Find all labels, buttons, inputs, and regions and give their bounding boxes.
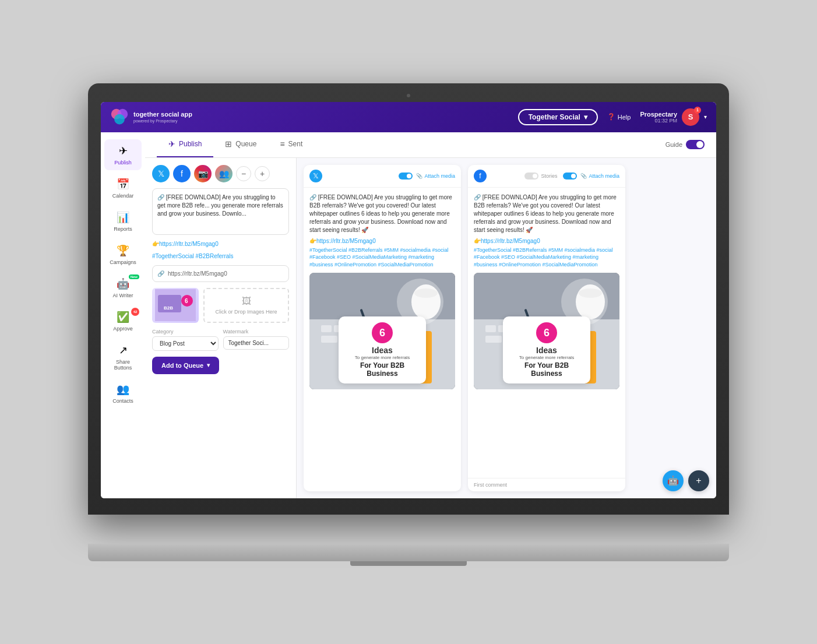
calendar-icon: 📅 xyxy=(116,177,130,191)
sidebar-item-share-buttons[interactable]: ↗ Share Buttons xyxy=(104,339,142,375)
prev-icon-btn[interactable]: − xyxy=(236,166,251,181)
ai-fab-icon: 🤖 xyxy=(667,475,679,486)
twitter-preview-text: 🔗 [FREE DOWNLOAD] Are you struggling to … xyxy=(309,193,455,234)
fb-keyboard-background: 6 Ideas To generate more referrals For Y… xyxy=(474,273,619,389)
guide-toggle-switch[interactable] xyxy=(686,140,705,149)
guide-toggle: Guide xyxy=(665,140,705,149)
facebook-preview-url: 👉https://rltr.bz/M5mgag0 xyxy=(474,238,619,244)
svg-rect-14 xyxy=(321,336,337,343)
new-badge: New xyxy=(129,275,139,279)
svg-rect-10 xyxy=(321,325,332,332)
attached-link-url: https://rltr.bz/M5mgag0 xyxy=(168,270,227,277)
svg-point-16 xyxy=(411,284,441,319)
avatar[interactable]: S 1 xyxy=(682,108,699,126)
avatar-initial: S xyxy=(688,112,693,121)
facebook-preview-image: 6 Ideas To generate more referrals For Y… xyxy=(474,273,619,389)
app-body: ✈ Publish 📅 Calendar 📊 Reports 🏆 xyxy=(101,132,716,498)
post-url: 👉https://rltr.bz/M5mgag0 xyxy=(152,241,289,247)
facebook-overlay-main: For Your B2B Business xyxy=(515,361,579,378)
category-field: Category Blog Post xyxy=(152,329,219,351)
ai-writer-icon: 🤖 xyxy=(116,277,130,291)
facebook-preview-text: 🔗 [FREE DOWNLOAD] Are you struggling to … xyxy=(474,193,619,234)
attach-media-icon: 📎 xyxy=(416,173,422,179)
sidebar-item-ai-writer[interactable]: 🤖 AI Writer New xyxy=(104,272,142,303)
facebook-preview-card: f Stories xyxy=(468,165,625,491)
guide-toggle-knob xyxy=(696,141,703,148)
preview-panels: 𝕏 📎 Attach media xyxy=(297,158,716,498)
add-fab-button[interactable]: + xyxy=(688,470,709,491)
watermark-label: Watermark xyxy=(223,329,290,335)
tab-sent-label: Sent xyxy=(288,140,303,148)
category-watermark-row: Category Blog Post Watermark xyxy=(152,329,289,351)
tab-sent[interactable]: ≡ Sent xyxy=(268,132,314,158)
add-queue-label: Add to Queue xyxy=(161,362,203,369)
stories-mini-toggle[interactable] xyxy=(524,173,538,180)
category-select[interactable]: Blog Post xyxy=(152,336,219,351)
avatar-dropdown-icon[interactable]: ▾ xyxy=(704,114,707,120)
approve-badge: 42 xyxy=(131,308,139,316)
svg-text:B2B: B2B xyxy=(164,305,173,311)
guide-label: Guide xyxy=(665,141,682,148)
group-social-icon[interactable]: 👥 xyxy=(215,165,233,182)
together-social-button[interactable]: Together Social ▾ xyxy=(518,109,598,125)
image-drop-zone[interactable]: 🖼 Click or Drop Images Here xyxy=(203,288,289,323)
facebook-toggle[interactable] xyxy=(563,173,577,180)
twitter-header-controls: 📎 Attach media xyxy=(399,173,455,180)
tab-publish-label: Publish xyxy=(179,140,202,148)
header-right: Prospectary 01:32 PM S 1 ▾ xyxy=(640,108,707,126)
facebook-social-icon[interactable]: f xyxy=(173,165,191,182)
twitter-overlay-sub: To generate more referrals xyxy=(350,355,414,360)
help-button[interactable]: ❓ Help xyxy=(607,113,631,121)
post-textarea[interactable]: 🔗 [FREE DOWNLOAD] Are you struggling to … xyxy=(152,188,289,235)
facebook-attach-media-btn[interactable]: 📎 Attach media xyxy=(580,173,619,179)
twitter-number-circle: 6 xyxy=(372,322,393,343)
content-tabs: ✈ Publish ⊞ Queue ≡ Sent xyxy=(145,132,716,158)
sidebar-calendar-label: Calendar xyxy=(112,193,134,199)
sidebar-item-approve[interactable]: ✅ Approve 42 xyxy=(104,305,142,336)
dropdown-arrow-icon: ▾ xyxy=(584,113,587,121)
add-fab-icon: + xyxy=(696,476,701,486)
watermark-input[interactable] xyxy=(223,336,290,350)
tab-publish[interactable]: ✈ Publish xyxy=(157,132,213,158)
drop-label: Click or Drop Images Here xyxy=(215,309,277,315)
facebook-attach-label: Attach media xyxy=(589,173,619,179)
logo-icon xyxy=(110,108,129,126)
twitter-preview-url: 👉https://rltr.bz/M5mgag0 xyxy=(309,238,455,244)
twitter-preview-hashtags: #TogetherSocial #B2BReferrals #5MM #soci… xyxy=(309,247,455,269)
instagram-social-icon[interactable]: 📷 xyxy=(194,165,212,182)
sidebar-item-contacts[interactable]: 👥 Contacts xyxy=(104,378,142,409)
keyboard-background: 6 Ideas To generate more referrals For Y… xyxy=(309,273,455,389)
sidebar-contacts-label: Contacts xyxy=(112,398,133,404)
sidebar-item-reports[interactable]: 📊 Reports xyxy=(104,206,142,237)
svg-rect-22 xyxy=(485,325,496,332)
add-queue-row: Add to Queue ▾ xyxy=(152,357,289,374)
reports-icon: 📊 xyxy=(116,210,130,224)
watermark-field: Watermark xyxy=(223,329,290,351)
sidebar: ✈ Publish 📅 Calendar 📊 Reports 🏆 xyxy=(101,132,145,498)
facebook-overlay-sub: To generate more referrals xyxy=(515,355,579,360)
add-to-queue-button[interactable]: Add to Queue ▾ xyxy=(152,357,219,374)
sidebar-item-calendar[interactable]: 📅 Calendar xyxy=(104,173,142,203)
svg-point-28 xyxy=(576,284,605,319)
facebook-number-circle: 6 xyxy=(536,322,557,343)
next-icon-btn[interactable]: + xyxy=(255,166,270,181)
sidebar-share-label: Share Buttons xyxy=(107,359,139,371)
facebook-overlay-ideas: Ideas xyxy=(515,346,579,355)
svg-text:6: 6 xyxy=(185,298,188,304)
help-circle-icon: ❓ xyxy=(607,113,615,121)
twitter-social-icon[interactable]: 𝕏 xyxy=(152,165,170,182)
app-header: together social app powered by Prospecta… xyxy=(101,102,716,132)
content-area: ✈ Publish ⊞ Queue ≡ Sent xyxy=(145,132,716,498)
twitter-toggle[interactable] xyxy=(399,173,413,180)
together-social-label: Together Social xyxy=(529,113,580,121)
twitter-preview-body: 🔗 [FREE DOWNLOAD] Are you struggling to … xyxy=(304,188,461,491)
tab-queue[interactable]: ⊞ Queue xyxy=(213,132,268,158)
sidebar-item-campaigns[interactable]: 🏆 Campaigns xyxy=(104,239,142,270)
svg-point-17 xyxy=(414,288,438,298)
ai-fab-button[interactable]: 🤖 xyxy=(663,470,684,491)
fb-attach-icon: 📎 xyxy=(580,173,587,179)
twitter-overlay-ideas: Ideas xyxy=(350,346,414,355)
sidebar-item-publish[interactable]: ✈ Publish xyxy=(104,139,142,170)
twitter-attach-media-btn[interactable]: 📎 Attach media xyxy=(416,173,455,179)
first-comment-label: First comment xyxy=(468,478,625,491)
